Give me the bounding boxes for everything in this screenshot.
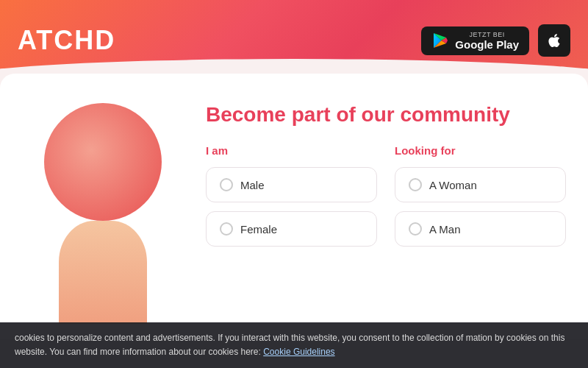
- google-play-button[interactable]: JETZT BEI Google Play: [421, 26, 529, 55]
- label-female: Female: [240, 223, 277, 236]
- option-a-man[interactable]: A Man: [395, 211, 566, 247]
- google-play-icon: [431, 32, 449, 49]
- app-store-button[interactable]: [538, 24, 570, 57]
- label-a-woman: A Woman: [429, 179, 477, 191]
- cookie-banner: cookies to personalize content and adver…: [0, 322, 588, 368]
- option-male[interactable]: Male: [206, 167, 377, 202]
- form-title: Become part of our community: [206, 103, 566, 127]
- hero-image: [0, 88, 191, 324]
- main-content: Become part of our community I am Male F…: [0, 74, 588, 339]
- cookie-guidelines-link[interactable]: Cookie Guidelines: [263, 347, 334, 357]
- header: ATCHD: [0, 0, 588, 81]
- google-play-text: JETZT BEI Google Play: [455, 31, 519, 51]
- radio-male[interactable]: [220, 178, 233, 191]
- looking-for-label: Looking for: [395, 144, 566, 157]
- avatar-circle: [44, 103, 162, 221]
- apple-icon: [545, 32, 563, 49]
- label-male: Male: [240, 179, 265, 191]
- label-a-man: A Man: [429, 223, 461, 236]
- radio-female[interactable]: [220, 222, 233, 236]
- header-actions: JETZT BEI Google Play: [421, 24, 570, 57]
- hand-decoration: [59, 221, 147, 324]
- form-columns: I am Male Female Looking for A Woman: [206, 144, 566, 255]
- option-a-woman[interactable]: A Woman: [395, 167, 566, 202]
- radio-a-man[interactable]: [409, 222, 422, 236]
- radio-a-woman[interactable]: [409, 178, 422, 191]
- i-am-column: I am Male Female: [206, 144, 377, 255]
- i-am-label: I am: [206, 144, 377, 157]
- looking-for-column: Looking for A Woman A Man: [395, 144, 566, 255]
- option-female[interactable]: Female: [206, 211, 377, 247]
- registration-form: Become part of our community I am Male F…: [191, 88, 588, 270]
- logo: ATCHD: [18, 25, 115, 56]
